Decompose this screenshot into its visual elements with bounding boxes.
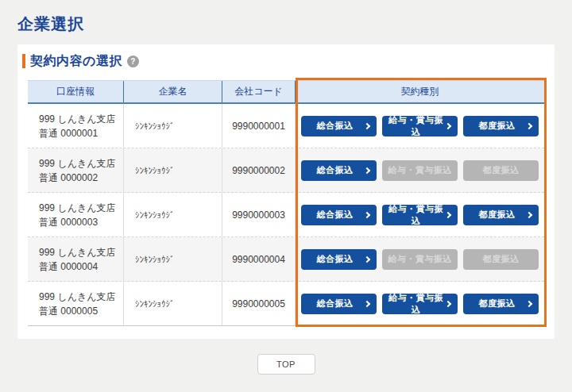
account-info-cell: 999 しんきん支店普通 0000003: [28, 193, 124, 236]
chevron-right-icon: [364, 211, 370, 217]
company-name-cell: ｼﾝｷﾝｼｮｳｼﾞ: [124, 282, 222, 325]
table-row: 999 しんきん支店普通 0000004 ｼﾝｷﾝｼｮｳｼﾞ 999000000…: [28, 237, 544, 282]
company-code-cell: 9990000003: [222, 193, 296, 236]
table-row: 999 しんきん支店普通 0000001 ｼﾝｷﾝｼｮｳｼﾞ 999000000…: [28, 104, 544, 148]
kyuyo-shoyo-furikomi-button: 給与・賞与振込: [382, 160, 458, 181]
tsudo-furikomi-button[interactable]: 都度振込: [463, 116, 539, 136]
contract-buttons-cell: 総合振込給与・賞与振込都度振込: [296, 193, 544, 236]
section-header: 契約内容の選択 ?: [22, 52, 544, 70]
company-name-cell: ｼﾝｷﾝｼｮｳｼﾞ: [124, 237, 222, 281]
contract-buttons-cell: 総合振込給与・賞与振込都度振込: [296, 282, 544, 325]
tsudo-furikomi-button: 都度振込: [463, 249, 539, 270]
sogo-furikomi-button[interactable]: 総合振込: [301, 205, 377, 225]
account-info-cell: 999 しんきん支店普通 0000002: [28, 148, 124, 192]
chevron-right-icon: [364, 122, 370, 129]
kyuyo-shoyo-furikomi-button[interactable]: 給与・賞与振込: [382, 294, 458, 314]
chevron-right-icon: [364, 300, 370, 306]
chevron-right-icon: [526, 211, 532, 217]
tsudo-furikomi-button[interactable]: 都度振込: [463, 205, 539, 225]
help-icon[interactable]: ?: [127, 56, 139, 67]
account-info-cell: 999 しんきん支店普通 0000004: [28, 237, 124, 281]
chevron-right-icon: [364, 167, 370, 173]
header-contract-type: 契約種別: [296, 81, 544, 102]
table-row: 999 しんきん支店普通 0000005 ｼﾝｷﾝｼｮｳｼﾞ 999000000…: [28, 282, 544, 326]
kyuyo-shoyo-furikomi-button[interactable]: 給与・賞与振込: [382, 116, 458, 136]
chevron-right-icon: [526, 122, 532, 129]
account-info-cell: 999 しんきん支店普通 0000001: [28, 104, 124, 148]
company-name-cell: ｼﾝｷﾝｼｮｳｼﾞ: [124, 104, 222, 148]
contract-buttons-cell: 総合振込給与・賞与振込都度振込: [296, 237, 544, 281]
company-code-cell: 9990000005: [222, 282, 296, 325]
contract-table: 口座情報 企業名 会社コード 契約種別 999 しんきん支店普通 0000001…: [28, 80, 544, 326]
header-company-code: 会社コード: [222, 81, 296, 102]
header-account-info: 口座情報: [28, 81, 124, 102]
kyuyo-shoyo-furikomi-button[interactable]: 給与・賞与振込: [382, 205, 458, 225]
company-name-cell: ｼﾝｷﾝｼｮｳｼﾞ: [124, 193, 222, 236]
table-row: 999 しんきん支店普通 0000002 ｼﾝｷﾝｼｮｳｼﾞ 999000000…: [28, 148, 544, 193]
company-name-cell: ｼﾝｷﾝｼｮｳｼﾞ: [124, 148, 222, 192]
company-code-cell: 9990000002: [222, 148, 296, 192]
sogo-furikomi-button[interactable]: 総合振込: [301, 160, 377, 181]
top-button[interactable]: TOP: [257, 354, 315, 375]
sogo-furikomi-button[interactable]: 総合振込: [301, 294, 377, 314]
tsudo-furikomi-button[interactable]: 都度振込: [463, 294, 539, 314]
section-title: 契約内容の選択: [30, 53, 122, 70]
account-info-cell: 999 しんきん支店普通 0000005: [28, 282, 124, 325]
table-header-row: 口座情報 企業名 会社コード 契約種別: [28, 80, 544, 104]
header-company-name: 企業名: [124, 81, 222, 102]
company-code-cell: 9990000001: [222, 104, 296, 148]
kyuyo-shoyo-furikomi-button: 給与・賞与振込: [382, 249, 458, 270]
contract-buttons-cell: 総合振込給与・賞与振込都度振込: [296, 148, 544, 192]
orange-accent-bar: [22, 54, 25, 68]
sogo-furikomi-button[interactable]: 総合振込: [301, 116, 377, 136]
contract-buttons-cell: 総合振込給与・賞与振込都度振込: [296, 104, 544, 148]
table-row: 999 しんきん支店普通 0000003 ｼﾝｷﾝｼｮｳｼﾞ 999000000…: [28, 193, 544, 237]
company-code-cell: 9990000004: [222, 237, 296, 281]
tsudo-furikomi-button: 都度振込: [463, 160, 539, 181]
page-title: 企業選択: [0, 0, 572, 35]
chevron-right-icon: [364, 256, 370, 262]
contract-selection-card: 契約内容の選択 ? 口座情報 企業名 会社コード 契約種別 999 しんきん支店…: [17, 44, 555, 339]
table-body: 999 しんきん支店普通 0000001 ｼﾝｷﾝｼｮｳｼﾞ 999000000…: [28, 104, 544, 326]
sogo-furikomi-button[interactable]: 総合振込: [301, 249, 377, 270]
chevron-right-icon: [526, 300, 532, 306]
